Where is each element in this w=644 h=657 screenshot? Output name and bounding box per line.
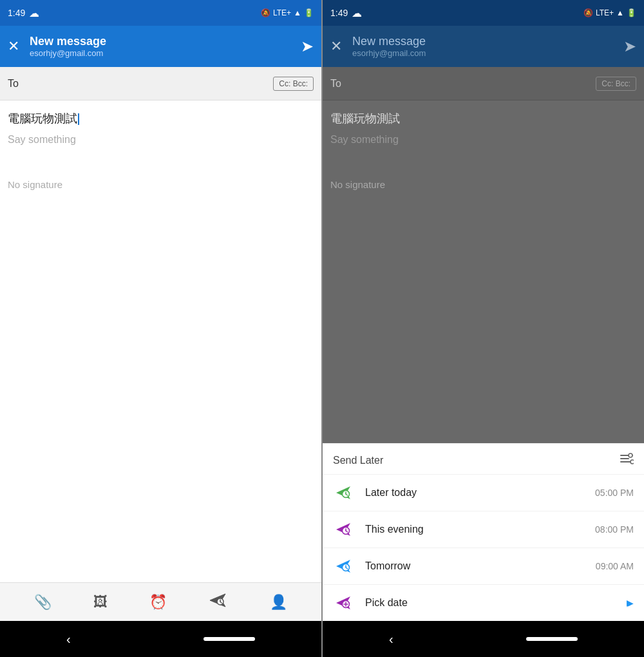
pick-date-arrow-icon: ▶ [627, 598, 634, 608]
right-time: 1:49 [330, 8, 348, 18]
left-header: ✕ New message esorhjy@gmail.com ➤ [0, 26, 321, 67]
left-to-input[interactable] [27, 78, 273, 90]
right-home-pill[interactable] [526, 637, 578, 641]
left-cursor [78, 113, 79, 125]
right-battery-icon: 🔋 [627, 8, 636, 17]
left-cloud-icon: ☁ [29, 7, 39, 19]
left-signal-label: LTE+ [273, 8, 291, 17]
left-compose-area[interactable]: 電腦玩物測試 Say something No signature [0, 100, 321, 582]
right-signature: No signature [330, 179, 636, 190]
right-status-right: 🔕 LTE+ ▲ 🔋 [583, 8, 636, 17]
left-signal-bars: ▲ [294, 8, 301, 17]
pick-date-icon [333, 591, 356, 614]
right-panel: 1:49 ☁ 🔕 LTE+ ▲ 🔋 ✕ New message esorhjy@… [323, 0, 644, 657]
left-attach-icon[interactable]: 📎 [34, 594, 52, 611]
left-send-button[interactable]: ➤ [301, 37, 314, 55]
right-back-button[interactable]: ‹ [389, 632, 393, 647]
left-time: 1:49 [8, 8, 25, 18]
later-today-icon [333, 481, 356, 504]
left-status-bar: 1:49 ☁ 🔕 LTE+ ▲ 🔋 [0, 0, 321, 26]
later-today-time: 05:00 PM [595, 488, 634, 498]
send-later-panel: Send Later Late [323, 443, 644, 621]
left-image-icon[interactable]: 🖼 [93, 594, 108, 611]
send-later-tomorrow[interactable]: Tomorrow 09:00 AM [323, 548, 644, 584]
left-subject: 電腦玩物測試 [8, 111, 314, 126]
right-nav-bar: ‹ [323, 621, 644, 657]
left-toolbar: 📎 🖼 ⏰ 👤 [0, 582, 321, 621]
left-to-label: To [8, 78, 27, 90]
left-header-subtitle: esorhjy@gmail.com [30, 48, 301, 58]
right-status-bar: 1:49 ☁ 🔕 LTE+ ▲ 🔋 [323, 0, 644, 26]
left-add-contact-icon[interactable]: 👤 [270, 594, 287, 611]
send-later-header: Send Later [323, 444, 644, 474]
left-back-button[interactable]: ‹ [66, 632, 71, 647]
left-header-title-block: New message esorhjy@gmail.com [30, 35, 301, 58]
tomorrow-label: Tomorrow [365, 560, 596, 572]
right-subject-text: 電腦玩物測試 [330, 112, 400, 125]
svg-point-7 [629, 453, 632, 457]
left-cc-bcc-button[interactable]: Cc: Bcc: [273, 77, 314, 91]
right-close-button[interactable]: ✕ [330, 38, 342, 55]
left-signature: No signature [8, 179, 314, 190]
this-evening-label: This evening [365, 524, 595, 535]
right-header: ✕ New message esorhjy@gmail.com ➤ [323, 26, 644, 67]
right-header-title-block: New message esorhjy@gmail.com [352, 35, 623, 58]
right-header-title: New message [352, 35, 623, 48]
svg-point-8 [630, 460, 634, 464]
right-to-input[interactable] [350, 78, 596, 90]
tomorrow-time: 09:00 AM [596, 561, 634, 571]
right-mute-icon: 🔕 [583, 8, 593, 17]
right-subject: 電腦玩物測試 [330, 111, 636, 126]
right-signal-bars: ▲ [616, 8, 624, 17]
left-subject-text: 電腦玩物測試 [8, 112, 77, 125]
left-panel: 1:49 ☁ 🔕 LTE+ ▲ 🔋 ✕ New message esorhjy@… [0, 0, 321, 657]
send-later-options-icon[interactable] [620, 453, 634, 468]
right-status-left: 1:49 ☁ [330, 7, 362, 19]
left-home-pill[interactable] [204, 637, 255, 641]
send-later-later-today[interactable]: Later today 05:00 PM [323, 474, 644, 511]
tomorrow-icon [333, 555, 356, 578]
right-body-placeholder: Say something [330, 134, 636, 146]
right-to-label: To [330, 78, 350, 90]
right-cloud-icon: ☁ [352, 7, 362, 19]
left-header-title: New message [30, 35, 301, 48]
left-status-right: 🔕 LTE+ ▲ 🔋 [261, 8, 314, 17]
later-today-label: Later today [365, 487, 595, 499]
this-evening-icon [333, 518, 356, 541]
left-mute-icon: 🔕 [261, 8, 270, 17]
left-alarm-icon[interactable]: ⏰ [149, 594, 167, 611]
this-evening-time: 08:00 PM [595, 524, 634, 535]
send-later-pick-date[interactable]: Pick date ▶ [323, 584, 644, 621]
right-compose-area[interactable]: 電腦玩物測試 Say something No signature [323, 100, 644, 443]
left-nav-bar: ‹ [0, 621, 321, 657]
right-to-row: To Cc: Bcc: [323, 67, 644, 100]
right-send-button[interactable]: ➤ [623, 37, 636, 55]
right-signal-label: LTE+ [596, 8, 614, 17]
left-close-button[interactable]: ✕ [8, 38, 19, 55]
left-status-left: 1:49 ☁ [8, 7, 39, 19]
pick-date-label: Pick date [365, 597, 621, 609]
left-battery-icon: 🔋 [304, 8, 314, 17]
send-later-this-evening[interactable]: This evening 08:00 PM [323, 511, 644, 548]
left-send-later-icon[interactable] [209, 591, 228, 613]
left-body-placeholder: Say something [8, 134, 314, 146]
send-later-title: Send Later [333, 455, 383, 466]
right-cc-bcc-button[interactable]: Cc: Bcc: [596, 77, 636, 91]
right-header-subtitle: esorhjy@gmail.com [352, 48, 623, 58]
left-to-row: To Cc: Bcc: [0, 67, 321, 100]
